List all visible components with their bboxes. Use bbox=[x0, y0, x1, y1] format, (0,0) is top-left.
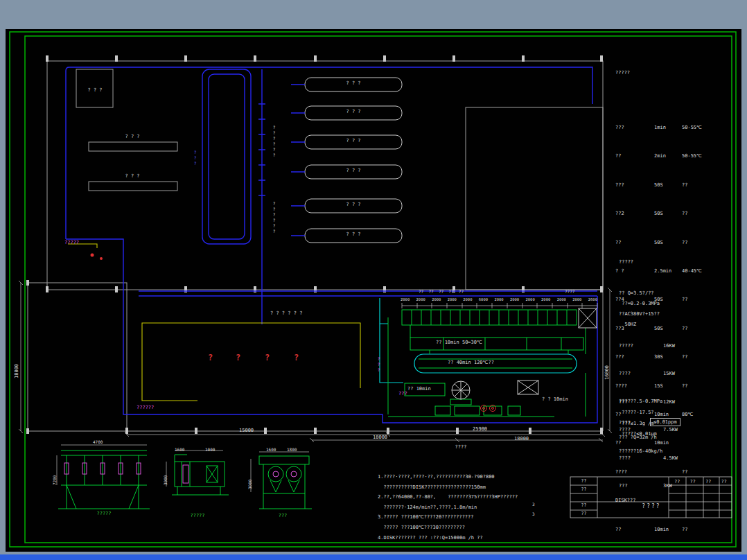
segment-dim: 2600 bbox=[588, 297, 597, 301]
process-step-temp: ?? bbox=[682, 381, 687, 391]
tank-label: ? ? ? bbox=[315, 168, 392, 174]
purity-value-box: ≤0.01ppm bbox=[650, 418, 680, 426]
rack-label-1: ? ? ? bbox=[115, 134, 150, 140]
process-step-name: ??? bbox=[615, 180, 654, 190]
process-table-row: ??? 50S ?? bbox=[615, 180, 702, 190]
process-step-time: 50S bbox=[654, 238, 682, 247]
question-marker: ? bbox=[208, 355, 213, 361]
process-step-name: ?? bbox=[615, 151, 654, 161]
process-step-temp: ?? bbox=[682, 180, 687, 190]
machine-top-row: ?? ?? ?? ?? ?? bbox=[419, 288, 464, 295]
title-block-top-cell: ?? bbox=[701, 478, 717, 486]
title-block-left-cell: ?? bbox=[570, 478, 597, 486]
detail3-left-dim: 3000 bbox=[247, 480, 253, 489]
detail2-label: ????? bbox=[177, 513, 218, 519]
pipe-riser-label-2: ?????? bbox=[271, 201, 277, 234]
dimension-lines bbox=[19, 281, 612, 492]
comb-ticks bbox=[402, 303, 597, 308]
title-block-left-cell: ?? bbox=[570, 502, 597, 510]
tank-label: ? ? ? bbox=[315, 231, 392, 238]
process-table-row: ??? 1min 50-55℃ bbox=[615, 123, 702, 132]
process-step-temp: ?? bbox=[682, 238, 687, 247]
note-line: ????? ???100℃???30????????? bbox=[378, 523, 518, 533]
process-step-name: ?? bbox=[615, 238, 654, 247]
power-value: 12KW bbox=[663, 398, 675, 407]
dim-bottom-18000-b: 18000 bbox=[514, 436, 529, 442]
process-table-row: ?? 50S ?? bbox=[615, 238, 702, 247]
machine-segment-dims: 2000200020002000200060002000200020002000… bbox=[401, 297, 597, 301]
utility-title: ????? bbox=[619, 259, 633, 265]
segment-dim: 2000 bbox=[432, 297, 441, 301]
cad-viewport: ? ? ? ? ? ? ? ? ? ? ? ? ? ? ? ? ? ? ? ? … bbox=[0, 0, 747, 560]
process-step-temp: ?? bbox=[682, 295, 687, 304]
process-table-row: ??2 50S ?? bbox=[615, 209, 702, 218]
segment-dim: 2000 bbox=[494, 297, 503, 301]
purity-label: ???? bbox=[619, 420, 631, 426]
tank-label: ? ? ? bbox=[315, 138, 392, 144]
pipe-riser-label-1: ?????? bbox=[271, 125, 277, 158]
process-table-row: ?? 10min ?? bbox=[615, 525, 702, 534]
title-block-top-cell: ?? bbox=[717, 478, 732, 486]
pink-drain-label: ??? bbox=[398, 391, 407, 397]
title-block-top-cells: ???????? bbox=[669, 478, 732, 486]
process-step-name: ??? bbox=[615, 123, 654, 132]
dim-bottom-18000-a: 18000 bbox=[373, 435, 387, 441]
machine-note: ???? bbox=[565, 288, 574, 295]
detail3-label: ??? bbox=[265, 513, 300, 519]
title-block-left-rows: ???????? bbox=[570, 478, 597, 518]
detail1-top-dim: 4700 bbox=[93, 439, 103, 445]
piping-blue bbox=[66, 67, 597, 423]
note-line: 1.????·????,????·??,??????????30-?90?800 bbox=[378, 472, 518, 482]
pink-inlet-label: ????? bbox=[64, 240, 79, 246]
note-line: ???????·124m/min??,????,1.8m/min bbox=[378, 502, 518, 513]
column-ticks bbox=[28, 55, 601, 434]
air-spec-line: ?????-17.5? bbox=[619, 408, 662, 419]
power-name: ??? bbox=[619, 482, 663, 491]
segment-dim: 2000 bbox=[401, 297, 410, 301]
note-line: 2.??,??64000,??-80?, ???????375?????3HP?… bbox=[378, 492, 518, 502]
fuel-spec-line: ??????16-40kg/h bbox=[619, 448, 662, 455]
notes-title: ???? bbox=[378, 444, 544, 450]
storage-tanks bbox=[305, 78, 402, 243]
process-step-name: ?? bbox=[615, 525, 654, 534]
segment-dim: 2000 bbox=[572, 297, 581, 301]
dim-bottom-25900: 25900 bbox=[473, 426, 487, 432]
process-step-time: 1min bbox=[654, 123, 682, 132]
dim-bottom-15000: 15000 bbox=[239, 428, 254, 434]
title-block-drawing-name: ???? bbox=[617, 503, 686, 509]
process-step-time: 2min bbox=[654, 151, 682, 161]
stage-cool-label: ?? 10min bbox=[407, 386, 431, 392]
question-marker: ? bbox=[294, 355, 299, 361]
process-step-temp: ?? bbox=[682, 352, 687, 362]
detail2-top-dim-1: 1600 bbox=[175, 446, 184, 453]
segment-dim: 2000 bbox=[448, 297, 457, 301]
power-name: ???? bbox=[619, 454, 663, 463]
power-row: ???? 4.5KW bbox=[619, 454, 678, 463]
detail2-left-dim: 3000 bbox=[162, 475, 168, 485]
pink-zone-label: ?????? bbox=[137, 405, 154, 411]
bottom-taskbar-strip bbox=[0, 554, 747, 560]
building-outline bbox=[28, 61, 603, 431]
process-step-temp: ?? bbox=[682, 467, 687, 477]
process-step-name: ??2 bbox=[615, 209, 654, 218]
stage-wash-label: ?? 10min 50≈30℃ bbox=[436, 340, 482, 346]
process-step-temp: 80℃ bbox=[682, 410, 693, 419]
rack-label-2: ? ? ? bbox=[115, 173, 150, 180]
flow-spec-line: ??? ?Q=32m /h bbox=[619, 435, 657, 441]
title-block-top-cell: ?? bbox=[669, 478, 685, 486]
segment-dim: 2000 bbox=[416, 297, 425, 301]
note-superscript-a: 3 bbox=[532, 501, 535, 507]
title-block-left-cell: ?? bbox=[570, 510, 597, 518]
power-value: 7.5KW bbox=[663, 426, 678, 435]
yellow-conveyor-path bbox=[68, 244, 360, 401]
detail1-label: ????? bbox=[82, 511, 126, 517]
process-step-time: 50S bbox=[654, 180, 682, 190]
process-step-temp: 50-55℃ bbox=[682, 123, 702, 132]
power-value: 4.5KW bbox=[663, 454, 678, 463]
fan-icon bbox=[452, 381, 470, 399]
note-line: ??????????DISK????????????????150mm bbox=[378, 482, 518, 493]
notes-lines: 1.????·????,????·??,??????????30-?90?800… bbox=[378, 453, 518, 543]
pink-pump-label: ??? bbox=[376, 356, 382, 373]
process-step-time: 10min bbox=[654, 525, 682, 534]
dim-left-vertical: 18000 bbox=[14, 364, 20, 378]
